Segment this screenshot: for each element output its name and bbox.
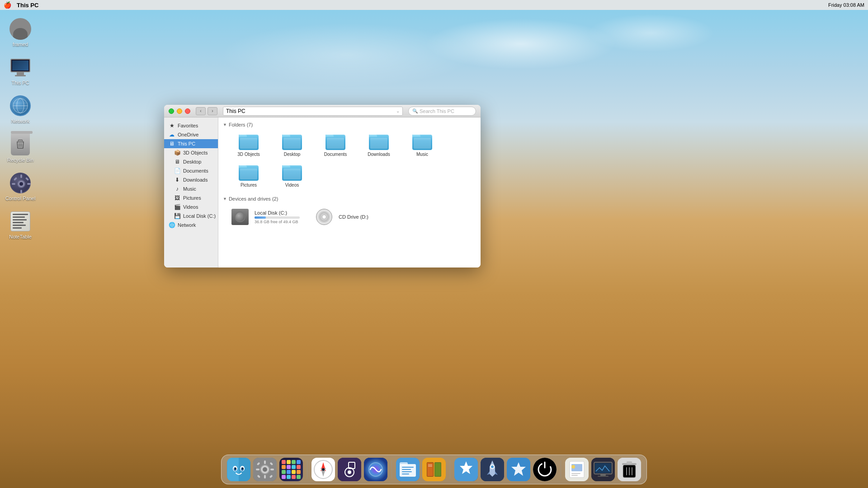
folder-3d-objects[interactable]: 3D Objects bbox=[228, 131, 269, 159]
folder-documents-icon bbox=[326, 133, 345, 150]
this-pc-sidebar-icon: 🖥 bbox=[169, 141, 175, 147]
music-sidebar-label: Music bbox=[183, 186, 196, 192]
folder-desktop-icon bbox=[282, 133, 302, 150]
dock-appstore2[interactable] bbox=[507, 458, 530, 481]
itunes-svg bbox=[338, 458, 361, 481]
drives-grid: Local Disk (C:) 36.8 GB free of 49.4 GB bbox=[223, 205, 476, 229]
btn-maximize[interactable] bbox=[169, 108, 174, 114]
drive-d-name: CD Drive (D:) bbox=[339, 214, 368, 220]
lp-dot bbox=[282, 460, 286, 464]
btn-minimize[interactable] bbox=[177, 108, 182, 114]
sidebar-desktop[interactable]: 🖥 Desktop bbox=[164, 157, 218, 166]
folders-section-header[interactable]: ▼ Folders (7) bbox=[223, 122, 476, 127]
sidebar-music[interactable]: ♪ Music bbox=[164, 184, 218, 193]
folder-inner-vid bbox=[283, 169, 301, 179]
dock-preview[interactable] bbox=[565, 458, 589, 481]
dock-launchpad[interactable] bbox=[279, 458, 303, 481]
svg-point-70 bbox=[533, 458, 557, 481]
notable-icon-img bbox=[9, 211, 31, 232]
folder-tab-docs bbox=[326, 135, 334, 137]
desktop-icon-network[interactable]: Network bbox=[5, 95, 36, 124]
sidebar-favorites[interactable]: ★ Favorites bbox=[164, 121, 218, 130]
desktop-icon-notetable[interactable]: NoteTable bbox=[5, 211, 36, 240]
nav-forward[interactable]: › bbox=[208, 107, 217, 115]
folder-tab-dl bbox=[369, 135, 377, 137]
main-content: ▼ Folders (7) 3D Objects bbox=[218, 117, 481, 267]
folder-videos[interactable]: Videos bbox=[272, 162, 312, 190]
dock-books[interactable] bbox=[422, 458, 446, 481]
sidebar-onedrive[interactable]: ☁ OneDrive bbox=[164, 130, 218, 139]
folder-desktop[interactable]: Desktop bbox=[272, 131, 312, 159]
svg-rect-83 bbox=[598, 476, 609, 477]
app-name: This PC bbox=[17, 2, 38, 9]
titlebar: ‹ › This PC ⌄ 🔍 Search This PC bbox=[164, 105, 481, 117]
sidebar-3d-objects[interactable]: 📦 3D Objects bbox=[164, 148, 218, 157]
dock-trash[interactable] bbox=[618, 458, 641, 481]
downloads-sidebar-label: Downloads bbox=[183, 177, 208, 183]
folder-shape-3d bbox=[239, 135, 259, 150]
music-icon: ♪ bbox=[174, 186, 180, 192]
lp-dot bbox=[297, 475, 301, 479]
sidebar-this-pc[interactable]: 🖥 This PC bbox=[164, 139, 218, 148]
books-svg bbox=[422, 458, 446, 481]
cd-icon bbox=[314, 207, 334, 227]
desktop-icon-this-pc[interactable]: This PC bbox=[5, 56, 36, 86]
sidebar-network[interactable]: 🌐 Network bbox=[164, 221, 218, 230]
dock-safari[interactable] bbox=[311, 458, 335, 481]
folder-downloads[interactable]: Downloads bbox=[359, 131, 399, 159]
svg-point-42 bbox=[322, 468, 325, 471]
drives-section-header[interactable]: ▼ Devices and drives (2) bbox=[223, 196, 476, 202]
videos-icon: 🎬 bbox=[174, 204, 180, 210]
folder-inner-3d bbox=[240, 138, 257, 149]
dock-power[interactable] bbox=[533, 458, 557, 481]
folder-documents[interactable]: Documents bbox=[315, 131, 356, 159]
dock-monitor-app[interactable] bbox=[591, 458, 615, 481]
monitor-icon bbox=[10, 59, 30, 76]
btn-close[interactable] bbox=[185, 108, 190, 114]
svg-point-24 bbox=[235, 468, 236, 469]
dock-appstore[interactable] bbox=[454, 458, 478, 481]
folder-videos-label: Videos bbox=[285, 183, 299, 188]
dock-rocket[interactable] bbox=[481, 458, 504, 481]
folder-music[interactable]: Music bbox=[402, 131, 443, 159]
folder-shape-vid bbox=[282, 165, 302, 181]
dock-files[interactable] bbox=[396, 458, 420, 481]
nav-back[interactable]: ‹ bbox=[196, 107, 206, 115]
desktop-icon-recycle[interactable]: Recycle Bin bbox=[5, 134, 36, 163]
sidebar-local-disk[interactable]: 💾 Local Disk (C:) bbox=[164, 211, 218, 221]
sidebar-documents[interactable]: 📄 Documents bbox=[164, 166, 218, 175]
dock-siri[interactable] bbox=[364, 458, 387, 481]
dock-system-prefs[interactable] bbox=[253, 458, 277, 481]
address-bar[interactable]: This PC ⌄ bbox=[223, 107, 403, 116]
sidebar-videos[interactable]: 🎬 Videos bbox=[164, 202, 218, 211]
preview-svg bbox=[565, 458, 589, 481]
svg-rect-15 bbox=[25, 177, 29, 181]
control-panel-icon bbox=[10, 173, 31, 193]
folder-pictures[interactable]: Pictures bbox=[228, 162, 269, 190]
sidebar-pictures[interactable]: 🖼 Pictures bbox=[164, 193, 218, 202]
search-bar[interactable]: 🔍 Search This PC bbox=[408, 107, 476, 116]
sidebar-downloads[interactable]: ⬇ Downloads bbox=[164, 175, 218, 184]
recycle-label: Recycle Bin bbox=[7, 157, 33, 163]
person-icon bbox=[9, 18, 31, 40]
drive-cd-d[interactable]: CD Drive (D:) bbox=[312, 205, 394, 229]
traffic-lights bbox=[169, 108, 190, 114]
dock-finder[interactable] bbox=[227, 458, 250, 481]
lp-dot bbox=[292, 460, 296, 464]
folder-downloads-icon bbox=[369, 133, 389, 150]
folder-tab-3d bbox=[239, 135, 247, 137]
drive-local-c[interactable]: Local Disk (C:) 36.8 GB free of 49.4 GB bbox=[228, 205, 310, 229]
folder-documents-label: Documents bbox=[324, 152, 347, 157]
desktop-icon-framed[interactable]: framed bbox=[5, 18, 36, 47]
sys-prefs-svg bbox=[253, 458, 277, 481]
desktop-icon-control-panel[interactable]: Control Panel bbox=[5, 172, 36, 202]
svg-rect-53 bbox=[400, 462, 408, 465]
apple-menu[interactable]: 🍎 bbox=[4, 1, 11, 9]
notable-line-4 bbox=[13, 222, 24, 223]
folders-grid: 3D Objects Desktop bbox=[223, 131, 476, 190]
videos-sidebar-label: Videos bbox=[183, 204, 198, 210]
dock-divider-3 bbox=[450, 460, 450, 479]
explorer-body: ★ Favorites ☁ OneDrive 🖥 This PC 📦 3D Ob… bbox=[164, 117, 481, 267]
dock-itunes[interactable] bbox=[338, 458, 361, 481]
svg-rect-77 bbox=[571, 473, 580, 474]
